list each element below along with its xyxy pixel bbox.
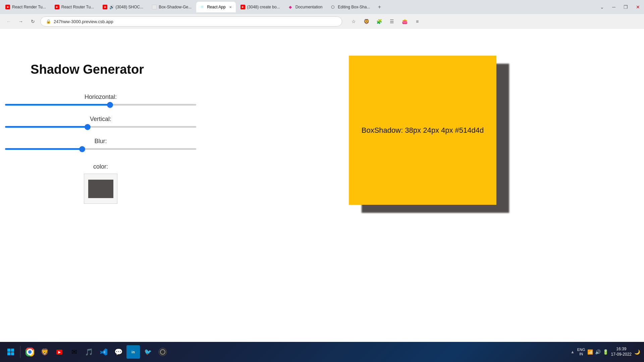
tab-overflow-button[interactable]: ⌄ — [597, 3, 607, 11]
tab-label-5: React App — [207, 5, 225, 9]
brave-shield-button[interactable]: 🦁 — [362, 17, 371, 26]
tab-box-shadow[interactable]: Box-Shadow-Ge... — [148, 2, 196, 12]
blur-label: Blur: — [94, 138, 107, 145]
system-tray-expand[interactable]: ▲ — [571, 350, 575, 354]
menu-button[interactable]: ≡ — [413, 17, 422, 26]
wifi-icon: 📶 — [587, 349, 593, 355]
tab-label-2: React Router Tu... — [61, 5, 94, 9]
lock-icon: 🔒 — [46, 19, 51, 24]
tab-label-6: (3048) create bo... — [247, 5, 280, 9]
tab-bar: ▶ React Render Tu... ▶ React Router Tu..… — [0, 0, 644, 14]
horizontal-label: Horiozontal: — [85, 94, 117, 101]
taskbar-brave-icon[interactable]: 🦁 — [38, 345, 51, 359]
svg-rect-1 — [11, 349, 14, 352]
taskbar-vscode-icon[interactable] — [97, 345, 110, 359]
taskbar-system-tray: ▲ ENG IN 📶 🔊 🔋 16:39 17-09-2022 🌙 — [571, 347, 640, 357]
shadow-box-container: BoxShadow: 38px 24px 4px #514d4d — [349, 56, 496, 210]
shadow-display-text: BoxShadow: 38px 24px 4px #514d4d — [362, 126, 484, 135]
volume-icon: 🔊 — [595, 349, 601, 355]
tab-editing-box[interactable]: ⬡ Editing Box-Sha... — [327, 2, 374, 12]
tab-close-5[interactable]: ✕ — [229, 5, 232, 9]
media-button[interactable]: ☰ — [387, 17, 396, 26]
youtube-logo: ▶ — [56, 350, 62, 355]
svg-point-9 — [159, 348, 167, 356]
wallet-button[interactable]: 👛 — [400, 17, 409, 26]
tab-label-4: Box-Shadow-Ge... — [159, 5, 192, 9]
svg-point-8 — [29, 351, 31, 353]
url-text: 247hww-3000.preview.csb.app — [54, 19, 113, 24]
color-swatch — [88, 180, 113, 198]
bookmark-button[interactable]: ☆ — [349, 17, 358, 26]
back-button[interactable]: ← — [4, 17, 13, 26]
color-control: color: — [3, 163, 198, 204]
taskbar-chrome-icon[interactable] — [23, 345, 37, 359]
react-favicon-5: ⚛ — [200, 5, 205, 9]
color-picker-wrapper[interactable] — [84, 174, 117, 204]
clock-time: 16:39 — [616, 347, 626, 352]
forward-button[interactable]: → — [16, 17, 25, 26]
taskbar-circle-icon[interactable] — [156, 345, 169, 359]
blur-slider[interactable] — [5, 148, 196, 150]
address-bar-row: ← → ↻ 🔒 247hww-3000.preview.csb.app ☆ 🦁 … — [0, 14, 644, 29]
taskbar: 🦁 ▶ ✉ 🎵 💬 in 🐦 ▲ ENG IN — [0, 342, 644, 362]
tab-label-7: Documentation — [296, 5, 323, 9]
tab-controls: ⌄ ─ ❐ ✕ — [597, 3, 643, 11]
vertical-slider[interactable] — [5, 126, 196, 128]
docs-favicon-7: ◆ — [289, 5, 293, 9]
color-label: color: — [93, 163, 108, 170]
taskbar-youtube-icon[interactable]: ▶ — [53, 345, 66, 359]
svg-rect-3 — [11, 352, 14, 355]
page-content: Shadow Generator Horiozontal: Vertical: … — [0, 29, 644, 342]
tab-label-8: Editing Box-Sha... — [338, 5, 370, 9]
close-window-button[interactable]: ✕ — [633, 3, 643, 11]
tab-label-3: 🔊 (3048) SHOC... — [109, 5, 143, 9]
svg-rect-2 — [7, 352, 10, 355]
box-favicon-4 — [152, 5, 157, 9]
taskbar-clock[interactable]: 16:39 17-09-2022 — [611, 347, 632, 357]
notifications-button[interactable]: 🌙 — [634, 349, 640, 355]
windows-start-button[interactable] — [4, 345, 17, 359]
extension-button[interactable]: 🧩 — [374, 17, 384, 26]
taskbar-system-icons: ENG IN 📶 🔊 🔋 — [577, 348, 608, 356]
new-tab-button[interactable]: + — [375, 2, 384, 12]
tab-react-app[interactable]: ⚛ React App ✕ — [196, 2, 235, 12]
youtube-favicon-2: ▶ — [55, 5, 59, 9]
vertical-label: Vertical: — [90, 116, 111, 123]
tab-shoc[interactable]: ▶ 🔊 (3048) SHOC... — [99, 2, 147, 12]
youtube-favicon-1: ▶ — [5, 5, 10, 9]
horizontal-control: Horiozontal: — [3, 94, 198, 106]
taskbar-twitter-icon[interactable]: 🐦 — [141, 345, 155, 359]
taskbar-gmail-icon[interactable]: ✉ — [67, 345, 81, 359]
vertical-control: Vertical: — [3, 116, 198, 128]
address-bar[interactable]: 🔒 247hww-3000.preview.csb.app — [40, 16, 342, 26]
blur-control: Blur: — [3, 138, 198, 150]
clock-date: 17-09-2022 — [611, 352, 632, 357]
taskbar-spotify-icon[interactable]: 🎵 — [82, 345, 96, 359]
tab-label-1: React Render Tu... — [12, 5, 46, 9]
svg-rect-0 — [7, 349, 10, 352]
minimize-button[interactable]: ─ — [609, 3, 618, 11]
youtube-favicon-3: ▶ — [103, 5, 107, 9]
language-icon: ENG IN — [577, 348, 585, 356]
taskbar-sep-1 — [20, 346, 20, 358]
shadow-preview-box: BoxShadow: 38px 24px 4px #514d4d — [349, 56, 496, 205]
preview-panel: BoxShadow: 38px 24px 4px #514d4d — [201, 56, 644, 342]
reload-button[interactable]: ↻ — [28, 17, 38, 26]
browser-actions: ☆ 🦁 🧩 ☰ 👛 ≡ — [349, 17, 422, 26]
youtube-favicon-6: ▶ — [240, 5, 245, 9]
maximize-button[interactable]: ❐ — [621, 3, 631, 11]
tab-documentation[interactable]: ◆ Documentation — [285, 2, 327, 12]
horizontal-slider[interactable] — [5, 104, 196, 106]
taskbar-linkedin-icon[interactable]: in — [126, 345, 140, 359]
browser-chrome: ▶ React Render Tu... ▶ React Router Tu..… — [0, 0, 644, 29]
tab-react-router[interactable]: ▶ React Router Tu... — [51, 2, 98, 12]
github-favicon-8: ⬡ — [331, 5, 336, 9]
taskbar-whatsapp-icon[interactable]: 💬 — [112, 345, 125, 359]
app-title: Shadow Generator — [31, 62, 144, 77]
controls-panel: Shadow Generator Horiozontal: Vertical: … — [0, 56, 201, 342]
tab-create-bo[interactable]: ▶ (3048) create bo... — [236, 2, 284, 12]
battery-icon: 🔋 — [603, 349, 608, 355]
tab-react-render[interactable]: ▶ React Render Tu... — [1, 2, 50, 12]
